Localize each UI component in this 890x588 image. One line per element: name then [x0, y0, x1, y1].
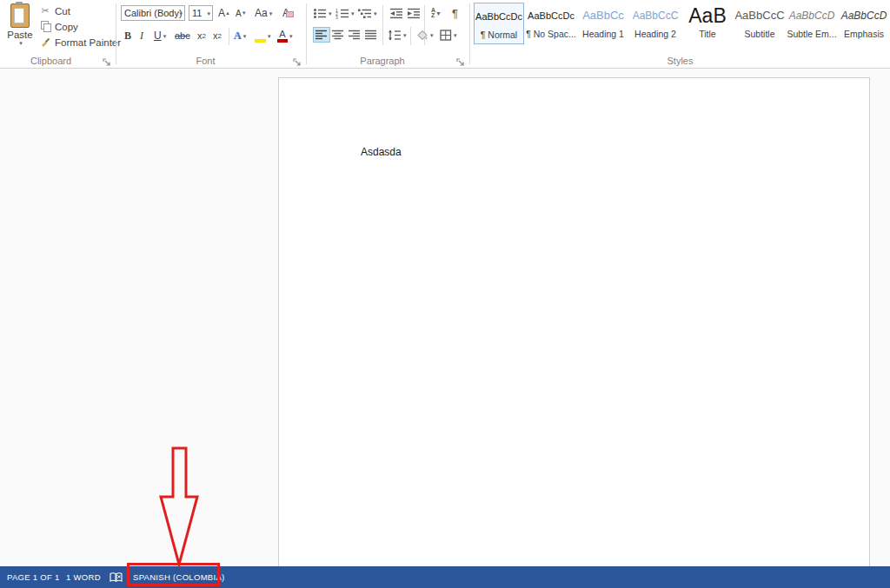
clipboard-group-label: Clipboard	[0, 56, 102, 66]
underline-button[interactable]: U▾	[152, 28, 168, 43]
style-heading-2[interactable]: AaBbCcC Heading 2	[630, 3, 681, 44]
underline-dropdown-icon: ▾	[163, 33, 167, 39]
grow-font-button[interactable]: A▲	[216, 5, 232, 21]
justify-button[interactable]	[363, 27, 379, 43]
strikethrough-label: abc	[175, 30, 190, 41]
subscript-n: 2	[203, 32, 206, 40]
style-preview: AaBbCcD	[839, 5, 889, 26]
numbering-icon: 123	[335, 8, 349, 19]
style-preview: AaBbCcC	[734, 5, 785, 26]
decrease-indent-button[interactable]	[388, 5, 405, 21]
font-name-select[interactable]: Calibri (Body) ▾	[121, 5, 185, 21]
align-right-button[interactable]	[347, 27, 362, 43]
font-dialog-launcher-icon[interactable]	[293, 56, 302, 65]
increase-indent-button[interactable]	[405, 5, 422, 21]
style-subtitle[interactable]: AaBbCcC Subtitle	[734, 3, 785, 44]
multilevel-dropdown-icon: ▾	[374, 10, 377, 17]
style-preview: AaBbCc	[578, 5, 628, 26]
multilevel-list-button[interactable]: ▾	[356, 5, 379, 21]
sort-button[interactable]: A Z ▼	[429, 5, 443, 21]
text-effects-icon: A	[234, 30, 242, 43]
format-painter-button[interactable]: Format Painter	[39, 35, 121, 50]
show-hide-pilcrow-button[interactable]: ¶	[450, 5, 460, 21]
justify-icon	[365, 30, 377, 40]
language-status[interactable]: SPANISH (COLOMBIA)	[133, 566, 225, 588]
clear-formatting-eraser-icon	[286, 11, 294, 17]
strikethrough-button[interactable]: abc	[173, 28, 192, 43]
cut-icon: ✂	[39, 5, 51, 17]
line-spacing-button[interactable]: ▾	[386, 27, 408, 43]
highlight-icon	[255, 30, 266, 43]
format-painter-label: Format Painter	[55, 37, 121, 48]
paste-dropdown-icon[interactable]: ▾	[5, 40, 37, 46]
style-no-spacing[interactable]: AaBbCcDc ¶ No Spac...	[526, 3, 576, 44]
bold-button[interactable]: B	[123, 28, 133, 43]
borders-icon	[440, 30, 452, 41]
format-painter-icon	[39, 36, 51, 49]
styles-group-label: Styles	[470, 56, 890, 66]
font-color-letter: A	[277, 30, 288, 38]
superscript-n: 2	[218, 32, 222, 40]
styles-gallery: AaBbCcDc ¶ Normal AaBbCcDc ¶ No Spac... …	[474, 3, 889, 44]
style-preview: AaBbCcDc	[475, 6, 523, 27]
shrink-font-icon: ▼	[242, 10, 247, 16]
styles-group: AaBbCcDc ¶ Normal AaBbCcDc ¶ No Spac... …	[470, 0, 890, 68]
font-size-select[interactable]: 11 ▾	[189, 5, 213, 21]
style-name: Heading 2	[630, 29, 681, 39]
font-group-label: Font	[119, 56, 292, 66]
ribbon: Paste ▾ ✂ Cut Copy Format Painter Clipbo…	[0, 0, 890, 69]
align-left-button[interactable]	[313, 27, 330, 43]
align-left-icon	[315, 30, 328, 40]
copy-button[interactable]: Copy	[39, 19, 78, 34]
line-spacing-icon	[388, 30, 402, 41]
font-group: Calibri (Body) ▾ 11 ▾ A▲ A▼ Aa▾ A B I U▾…	[119, 0, 306, 68]
document-page[interactable]: Asdasda	[278, 77, 870, 566]
highlight-color-button[interactable]: ▾	[253, 28, 273, 43]
text-effects-dropdown-icon: ▾	[243, 33, 247, 39]
style-preview: AaBbCcC	[630, 5, 681, 26]
font-color-button[interactable]: A ▾	[276, 28, 295, 43]
shading-button[interactable]: ▾	[414, 27, 435, 43]
increase-indent-icon	[407, 8, 421, 19]
style-subtle-emphasis[interactable]: AaBbCcD Subtle Em...	[787, 3, 837, 44]
cut-button[interactable]: ✂ Cut	[39, 3, 70, 18]
bullets-button[interactable]: ▾	[311, 5, 334, 21]
borders-button[interactable]: ▾	[438, 27, 459, 43]
paste-button[interactable]: Paste ▾	[3, 2, 37, 57]
text-effects-button[interactable]: A▾	[232, 28, 248, 43]
style-heading-1[interactable]: AaBbCc Heading 1	[578, 3, 628, 44]
subscript-button[interactable]: x2	[196, 28, 208, 43]
grow-font-label: A	[218, 7, 225, 19]
italic-button[interactable]: I	[138, 28, 145, 43]
style-normal[interactable]: AaBbCcDc ¶ Normal	[474, 3, 524, 44]
align-right-icon	[349, 30, 361, 40]
superscript-button[interactable]: x2	[211, 28, 223, 43]
bullets-dropdown-icon: ▾	[329, 10, 332, 17]
style-name: Subtitle	[734, 29, 785, 39]
style-preview: AaB	[682, 5, 733, 26]
style-emphasis[interactable]: AaBbCcD Emphasis	[839, 3, 889, 44]
style-name: ¶ No Spac...	[526, 29, 576, 39]
page-count-status[interactable]: PAGE 1 OF 1	[7, 566, 60, 588]
change-case-button[interactable]: Aa▾	[253, 5, 274, 21]
clear-formatting-button[interactable]: A	[281, 5, 296, 21]
clipboard-dialog-launcher-icon[interactable]	[103, 56, 112, 65]
document-area: Asdasda	[0, 69, 890, 566]
proofing-status-icon[interactable]	[110, 566, 123, 588]
change-case-dropdown-icon: ▾	[269, 10, 273, 17]
word-count-status[interactable]: 1 WORD	[66, 566, 101, 588]
font-size-value: 11	[192, 8, 202, 18]
paragraph-dialog-launcher-icon[interactable]	[456, 56, 466, 65]
style-name: Emphasis	[839, 29, 889, 39]
numbering-button[interactable]: 123 ▾	[334, 5, 356, 21]
italic-label: I	[140, 30, 143, 43]
bold-label: B	[124, 30, 131, 43]
borders-dropdown-icon: ▾	[454, 32, 457, 38]
align-center-button[interactable]	[330, 27, 346, 43]
copy-icon	[39, 21, 51, 32]
shrink-font-button[interactable]: A▼	[234, 5, 249, 21]
font-name-value: Calibri (Body)	[124, 8, 182, 18]
svg-text:3: 3	[335, 15, 338, 19]
style-title[interactable]: AaB Title	[682, 3, 733, 44]
status-bar: PAGE 1 OF 1 1 WORD SPANISH (COLOMBIA)	[0, 566, 890, 588]
